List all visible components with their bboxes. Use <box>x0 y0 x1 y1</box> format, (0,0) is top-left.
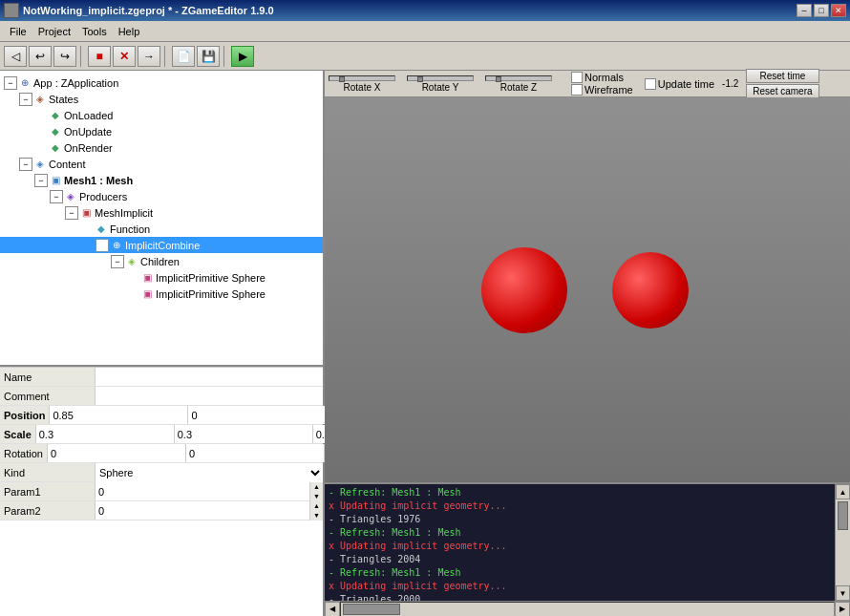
kind-select[interactable]: Sphere Cube Cylinder <box>96 463 323 482</box>
prop-scale-label: Scale <box>0 425 36 443</box>
normals-checkbox-row[interactable]: Normals <box>571 72 633 83</box>
prop-kind-value[interactable]: Sphere Cube Cylinder <box>96 463 323 481</box>
log-scroll-thumb[interactable] <box>838 501 848 530</box>
expand-app[interactable]: − <box>4 76 17 90</box>
log-scroll-track[interactable] <box>836 499 850 585</box>
tree-label-implicitcombine: ImplicitCombine <box>125 240 200 251</box>
update-time-group: Update time <box>645 78 714 90</box>
maximize-button[interactable]: □ <box>814 4 829 17</box>
kind-select-row[interactable]: Sphere Cube Cylinder <box>96 463 323 482</box>
close-button[interactable]: ✕ <box>831 4 846 17</box>
zoom-value: -1.2 <box>722 78 738 89</box>
log-hscroll-track[interactable] <box>340 602 835 617</box>
toolbar-sep2 <box>164 46 168 67</box>
rotation-y-input[interactable] <box>186 444 325 462</box>
param1-input[interactable] <box>96 482 309 500</box>
log-hscroll-thumb[interactable] <box>343 604 400 615</box>
menu-help[interactable]: Help <box>113 24 146 39</box>
tree-view[interactable]: − ⊕ App : ZApplication − ◈ States ◆ OnLo… <box>0 71 323 367</box>
prop-param1-value[interactable]: ▲ ▼ <box>96 482 323 500</box>
param1-up[interactable]: ▲ <box>310 482 323 492</box>
tree-item-meshimplicit[interactable]: − ▣ MeshImplicit <box>0 204 323 221</box>
menu-tools[interactable]: Tools <box>76 24 113 39</box>
tree-item-states[interactable]: − ◈ States <box>0 91 323 107</box>
tree-item-function[interactable]: ◆ Function <box>0 221 323 237</box>
toolbar-copy[interactable]: 📄 <box>172 46 195 67</box>
prop-param1-row: Param1 ▲ ▼ <box>0 482 323 501</box>
tree-item-implicitcombine[interactable]: − ⊕ ImplicitCombine <box>0 237 323 253</box>
prop-comment-value[interactable] <box>96 387 323 405</box>
tree-item-content[interactable]: − ◈ Content <box>0 156 323 172</box>
prop-name-row: Name <box>0 368 323 387</box>
scale-x-input[interactable] <box>36 425 175 443</box>
name-input[interactable] <box>96 368 323 386</box>
expand-children[interactable]: − <box>111 255 124 268</box>
log-scroll-down[interactable]: ▼ <box>836 585 850 601</box>
prop-position-label: Position <box>0 406 50 424</box>
reset-time-button[interactable]: Reset time <box>746 69 818 83</box>
log-scroll-up[interactable]: ▲ <box>836 484 850 499</box>
tree-item-mesh1[interactable]: − ▣ Mesh1 : Mesh <box>0 172 323 188</box>
app-icon <box>4 3 19 18</box>
toolbar-close[interactable]: ✕ <box>113 46 136 67</box>
tree-item-children[interactable]: − ◈ Children <box>0 253 323 269</box>
expand-meshimplicit[interactable]: − <box>65 206 78 220</box>
tree-item-app[interactable]: − ⊕ App : ZApplication <box>0 74 323 91</box>
position-x-input[interactable] <box>50 406 188 424</box>
expand-implicitcombine[interactable]: − <box>96 239 109 252</box>
log-hscrollbar[interactable]: ◀ ▶ <box>325 601 850 616</box>
log-content[interactable]: - Refresh: Mesh1 : Mesh x Updating impli… <box>325 484 835 601</box>
reset-camera-button[interactable]: Reset camera <box>746 84 818 98</box>
param2-input[interactable] <box>96 501 309 520</box>
log-vscrollbar[interactable]: ▲ ▼ <box>835 484 850 601</box>
menu-file[interactable]: File <box>4 24 32 39</box>
log-entry-3: - Refresh: Mesh1 : Mesh <box>329 526 831 540</box>
log-hscroll-left[interactable]: ◀ <box>325 602 340 617</box>
expand-producers[interactable]: − <box>50 190 63 203</box>
minimize-button[interactable]: – <box>797 4 812 17</box>
rotate-x-control: Rotate X <box>329 75 395 93</box>
wireframe-checkbox-row[interactable]: Wireframe <box>571 84 633 96</box>
rotate-y-slider[interactable] <box>407 75 474 81</box>
tree-item-onupdate[interactable]: ◆ OnUpdate <box>0 123 323 139</box>
toolbar-back[interactable]: ◁ <box>4 46 27 67</box>
toolbar-play[interactable]: ▶ <box>231 46 254 67</box>
title-bar: NotWorking_implicit.zgeproj * - ZGameEdi… <box>0 0 850 21</box>
prop-name-value[interactable] <box>96 368 323 386</box>
comment-input[interactable] <box>96 387 323 405</box>
tree-item-sphere1[interactable]: ▣ ImplicitPrimitive Sphere <box>0 269 323 286</box>
tree-label-producers: Producers <box>79 191 127 202</box>
rotate-x-slider[interactable] <box>329 75 395 81</box>
toolbar-stop[interactable]: ■ <box>88 46 111 67</box>
tree-item-sphere2[interactable]: ▣ ImplicitPrimitive Sphere <box>0 286 323 302</box>
toolbar-save[interactable]: 💾 <box>197 46 220 67</box>
param2-up[interactable]: ▲ <box>310 501 323 511</box>
rotate-z-slider[interactable] <box>485 75 552 81</box>
menu-project[interactable]: Project <box>32 24 76 39</box>
log-entry-7: x Updating implicit geometry... <box>329 580 831 593</box>
tree-item-onloaded[interactable]: ◆ OnLoaded <box>0 107 323 123</box>
update-time-row[interactable]: Update time <box>645 78 714 90</box>
scale-y-input[interactable] <box>175 425 313 443</box>
wireframe-checkbox[interactable] <box>571 84 583 96</box>
param2-down[interactable]: ▼ <box>310 511 323 520</box>
param1-spinner[interactable]: ▲ ▼ <box>309 482 323 501</box>
normals-checkbox[interactable] <box>571 72 583 83</box>
tree-item-onrender[interactable]: ◆ OnRender <box>0 139 323 156</box>
main-layout: − ⊕ App : ZApplication − ◈ States ◆ OnLo… <box>0 71 850 616</box>
update-time-checkbox[interactable] <box>645 78 656 90</box>
param1-down[interactable]: ▼ <box>310 492 323 501</box>
toolbar-redo[interactable]: ↪ <box>53 46 76 67</box>
position-y-input[interactable] <box>188 406 327 424</box>
tree-item-producers[interactable]: − ◈ Producers <box>0 188 323 204</box>
param2-spinner[interactable]: ▲ ▼ <box>309 501 323 520</box>
expand-content[interactable]: − <box>19 158 32 171</box>
toolbar-undo[interactable]: ↩ <box>29 46 52 67</box>
log-hscroll-right[interactable]: ▶ <box>835 602 850 617</box>
viewport-3d[interactable] <box>325 97 850 482</box>
toolbar-arrow[interactable]: → <box>138 46 160 67</box>
prop-param2-value[interactable]: ▲ ▼ <box>96 501 323 520</box>
expand-mesh1[interactable]: − <box>34 174 48 187</box>
expand-states[interactable]: − <box>19 93 32 106</box>
rotation-x-input[interactable] <box>48 444 186 462</box>
